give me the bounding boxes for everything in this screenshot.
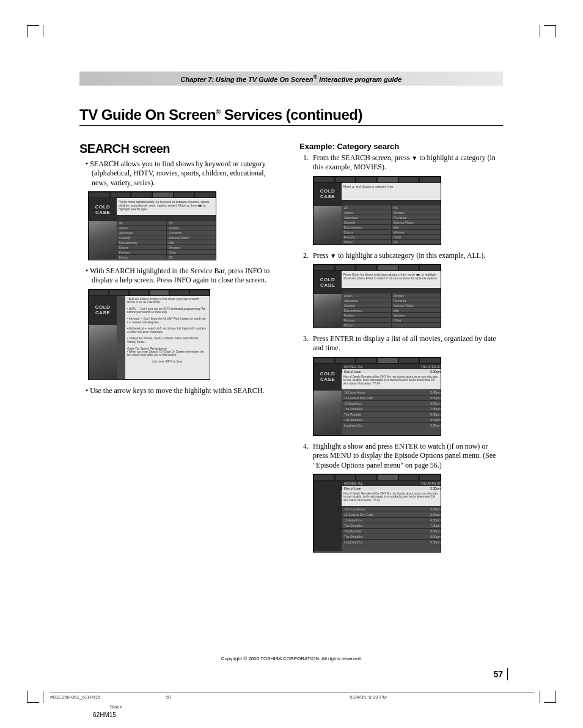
grid-cell: Mystery — [391, 210, 441, 215]
page-rule — [507, 668, 508, 680]
face-icon — [89, 325, 117, 379]
title-post: Services (continued) — [221, 106, 362, 123]
step-3: 3.Press ENTER to display a list of all m… — [299, 334, 500, 353]
grid-cell: HS — [166, 220, 216, 225]
screenshot-step3: COLD CASE MOVIES: ALLTHU APRIL 07 Kiss o… — [313, 357, 441, 436]
shot-info-text: Find a show alphabetically, by keyword o… — [117, 198, 216, 215]
grid-cell: Drama — [117, 245, 166, 249]
face-icon — [89, 221, 117, 259]
screenshot-help: COLD CASE There are dozens of ways to fi… — [88, 289, 210, 380]
grid-cell: Science Fiction — [391, 219, 441, 224]
grid-cell: Romance — [391, 298, 441, 303]
grid-cell: Science Fiction — [166, 235, 216, 240]
grid-cell: Science Fiction — [391, 303, 441, 307]
grid-cell: Drama — [342, 229, 391, 234]
grid-cell: Horror — [117, 254, 166, 259]
chapter-tail: interactive program guide — [317, 76, 402, 83]
shot-grid-header — [117, 215, 216, 220]
grid-cell: Horror — [342, 239, 391, 244]
grid-cell: Action — [117, 225, 166, 230]
grid-cell: Adventure — [117, 230, 166, 235]
screenshot-step1: COLD CASE Move ▲ and choose a category t… — [313, 176, 441, 245]
bullet-1: SEARCH allows you to find shows by keywo… — [79, 160, 280, 188]
grid-cell: SS — [166, 254, 216, 259]
list-row: The Provider8:00pm — [342, 528, 441, 534]
screenshot-step4: MOVIES: ALLTHU APRIL 07 Kiss of Love5:30… — [313, 474, 441, 553]
list-row: 13 Guns at Dry Gulch6:00pm — [342, 395, 441, 400]
list-row: 18 Cross Arrow5:45pm — [342, 506, 441, 512]
grid-cell: Western — [391, 229, 441, 234]
list-row: Laughing Boy9:30pm — [342, 539, 441, 545]
copyright: Copyright © 2005 TOSHIBA CORPORATION. Al… — [0, 656, 583, 661]
screenshot-step2: COLD CASE Press Enter for shows matching… — [313, 264, 441, 328]
grid-cell: Documentary — [117, 240, 166, 245]
page-number: 57 — [493, 669, 503, 679]
grid-cell: All — [342, 205, 391, 210]
grid-cell: Fantasy — [342, 234, 391, 239]
list-row: The Provider8:00pm — [342, 411, 441, 417]
step-2: 2.Press ▼ to highlight a subcategory (in… — [299, 251, 500, 260]
list-row: The Shredder7:30pm — [342, 523, 441, 528]
grid-cell: Romance — [391, 215, 441, 219]
grid-cell: All — [117, 220, 166, 225]
list-row: Laughing Boy9:30pm — [342, 422, 441, 428]
grid-cell: Comedy — [117, 235, 166, 240]
grid-cell: Action — [342, 210, 391, 215]
section-heading: SEARCH screen — [79, 142, 280, 156]
grid-cell: Other — [391, 317, 441, 322]
screenshot-search: COLD CASE Find a show alphabetically, by… — [88, 191, 216, 260]
face-icon — [314, 294, 342, 327]
grid-cell: Mystery — [342, 312, 391, 317]
cold-label: COLD — [95, 205, 111, 210]
grid-cell: Comedy — [342, 219, 391, 224]
step-4: 4.Highlight a show and press ENTER to wa… — [299, 442, 500, 470]
footer-model: 62HM15 — [93, 711, 116, 718]
chapter-header: Chapter 7: Using the TV Guide On Screen®… — [79, 72, 503, 86]
list-row: The Shredder7:30pm — [342, 406, 441, 411]
grid-cell: Mystery — [166, 225, 216, 230]
bullet-2: With SEARCH highlighted in the Service B… — [79, 267, 280, 285]
footer-file: #01E056-061_62HM15 — [50, 694, 166, 700]
grid-cell: War — [391, 307, 441, 312]
grid-cell: War — [166, 240, 216, 245]
example-subhead: Example: Category search — [299, 142, 500, 151]
grid-cell: Fantasy — [117, 249, 166, 254]
step-1: 1.From the SEARCH screen, press ▼ to hig… — [299, 153, 500, 172]
grid-cell: Horror — [342, 322, 391, 327]
grid-cell: Romance — [166, 230, 216, 235]
list-row: The Shredder9:00pm — [342, 534, 441, 539]
grid-cell: Documentary — [342, 307, 391, 312]
grid-cell: Other — [166, 249, 216, 254]
face-icon — [314, 206, 342, 244]
down-triangle-icon: ▼ — [411, 155, 417, 161]
footer-black: Black — [110, 704, 122, 710]
grid-cell: Documentary — [342, 224, 391, 229]
grid-cell — [391, 322, 441, 327]
footer-date: 5/24/05, 6:19 PM — [350, 694, 534, 700]
grid-cell: Adventure — [342, 298, 391, 303]
title-pre: TV Guide On Screen — [79, 106, 216, 123]
grid-cell: Western — [391, 312, 441, 317]
grid-cell: Mystery — [391, 293, 441, 298]
footer-page: 57 — [166, 694, 350, 700]
grid-cell: War — [391, 224, 441, 229]
grid-cell: Comedy — [342, 303, 391, 307]
chapter-text: Chapter 7: Using the TV Guide On Screen — [181, 76, 314, 83]
grid-cell: Fantasy — [342, 317, 391, 322]
list-row: 13 Guns at Dry Gulch6:00pm — [342, 512, 441, 517]
footer-meta: #01E056-061_62HM15 57 5/24/05, 6:19 PM — [50, 692, 534, 700]
list-row: 13 Apparition6:00pm — [342, 400, 441, 406]
face-icon — [314, 391, 342, 435]
page-title: TV Guide On Screen® Services (continued) — [79, 106, 362, 123]
case-label: CASE — [95, 210, 110, 215]
grid-cell: HS — [391, 205, 441, 210]
title-rule — [79, 125, 503, 126]
list-row: 13 Apparition6:00pm — [342, 517, 441, 523]
bullet-3: Use the arrow keys to move the highlight… — [79, 386, 280, 395]
title-reg: ® — [216, 108, 221, 116]
grid-cell: Western — [166, 245, 216, 249]
grid-cell: Adventure — [342, 215, 391, 219]
grid-cell: Action — [342, 293, 391, 298]
list-row: The Shredder9:00pm — [342, 417, 441, 422]
grid-cell: Other — [391, 234, 441, 239]
